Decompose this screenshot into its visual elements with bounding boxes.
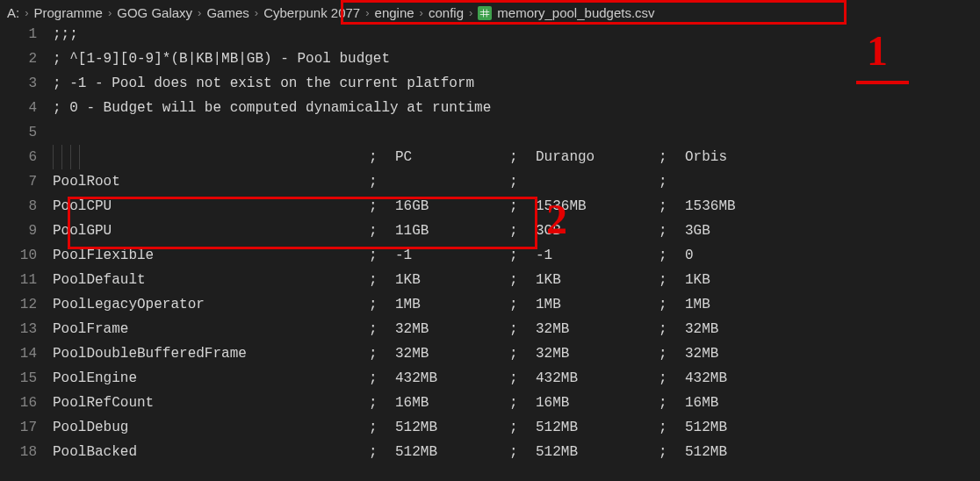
- cell-orbis: 3GB: [685, 219, 782, 243]
- cell-pc: 16GB: [395, 194, 509, 219]
- chevron-icon: ›: [469, 6, 472, 19]
- crumb-programme[interactable]: Programme: [34, 5, 103, 20]
- cell-durango: 1MB: [536, 292, 659, 317]
- cell-pc: 32MB: [395, 317, 509, 341]
- crumb-file[interactable]: memory_pool_budgets.csv: [497, 5, 654, 20]
- cell-durango: 32MB: [536, 317, 659, 341]
- column-header-pc: PC: [395, 145, 509, 169]
- cell-pc: 32MB: [395, 341, 509, 366]
- code-line[interactable]: PoolFrame;32MB;32MB;32MB: [53, 317, 980, 341]
- code-line[interactable]: ; PC ; Durango ; Orbis: [53, 145, 980, 169]
- code-line[interactable]: PoolFlexible;-1;-1;0: [53, 243, 980, 268]
- column-header-orbis: Orbis: [685, 145, 782, 169]
- crumb-gog[interactable]: GOG Galaxy: [117, 5, 192, 20]
- cell-orbis: 432MB: [685, 366, 782, 391]
- pool-name: PoolFrame: [53, 317, 369, 341]
- cell-orbis: 1KB: [685, 268, 782, 292]
- separator: ;: [509, 145, 536, 169]
- cell-orbis: 512MB: [685, 440, 782, 464]
- code-line[interactable]: PoolEngine;432MB;432MB;432MB: [53, 366, 980, 391]
- gutter-line: 10: [0, 243, 53, 268]
- separator: ;: [369, 145, 395, 169]
- code-line[interactable]: PoolBacked;512MB;512MB;512MB: [53, 440, 980, 464]
- gutter-line: 14: [0, 341, 53, 366]
- pool-name: PoolDebug: [53, 415, 369, 440]
- code-line[interactable]: ; -1 - Pool does not exist on the curren…: [53, 71, 980, 96]
- csv-file-icon: [478, 6, 492, 20]
- chevron-icon: ›: [420, 6, 423, 19]
- gutter-line: 6: [0, 145, 53, 169]
- cell-pc: 16MB: [395, 391, 509, 415]
- chevron-icon: ›: [108, 6, 112, 19]
- crumb-engine[interactable]: engine: [375, 5, 414, 20]
- pool-name: PoolCPU: [53, 194, 369, 219]
- code-line[interactable]: PoolRefCount;16MB;16MB;16MB: [53, 391, 980, 415]
- cell-durango: 3GB: [536, 219, 659, 243]
- crumb-cyberpunk[interactable]: Cyberpunk 2077: [263, 5, 360, 20]
- pool-name: PoolFlexible: [53, 243, 369, 268]
- crumb-drive[interactable]: A:: [7, 5, 19, 20]
- cell-orbis: 32MB: [685, 341, 782, 366]
- crumb-config[interactable]: config: [429, 5, 464, 20]
- code-line[interactable]: ;;;: [53, 22, 980, 47]
- cell-durango: 16MB: [536, 391, 659, 415]
- pool-name: PoolDoubleBufferedFrame: [53, 341, 369, 366]
- gutter-line: 18: [0, 440, 53, 464]
- chevron-icon: ›: [25, 6, 28, 19]
- gutter-line: 15: [0, 366, 53, 391]
- cell-pc: 1KB: [395, 268, 509, 292]
- gutter-line: 12: [0, 292, 53, 317]
- cell-orbis: 1MB: [685, 292, 782, 317]
- gutter-line: 3: [0, 71, 53, 96]
- cell-pc: 512MB: [395, 415, 509, 440]
- cell-orbis: 1536MB: [685, 194, 782, 219]
- cell-durango: -1: [536, 243, 659, 268]
- breadcrumb: A: › Programme › GOG Galaxy › Games › Cy…: [0, 0, 980, 22]
- gutter-line: 11: [0, 268, 53, 292]
- cell-pc: 512MB: [395, 440, 509, 464]
- cell-durango: 512MB: [536, 440, 659, 464]
- code-line[interactable]: PoolDebug;512MB;512MB;512MB: [53, 415, 980, 440]
- column-header-durango: Durango: [536, 145, 659, 169]
- cell-pc: 1MB: [395, 292, 509, 317]
- pool-name: PoolEngine: [53, 366, 369, 391]
- cell-orbis: 0: [685, 243, 782, 268]
- gutter-line: 9: [0, 219, 53, 243]
- code-line[interactable]: PoolGPU;11GB;3GB;3GB: [53, 219, 980, 243]
- gutter-line: 13: [0, 317, 53, 341]
- pool-name: PoolLegacyOperator: [53, 292, 369, 317]
- chevron-icon: ›: [198, 6, 201, 19]
- gutter-line: 4: [0, 96, 53, 120]
- gutter-line: 1: [0, 22, 53, 47]
- cell-durango: 32MB: [536, 341, 659, 366]
- code-line[interactable]: [53, 120, 980, 145]
- chevron-icon: ›: [255, 6, 258, 19]
- code-line[interactable]: ; ^[1-9][0-9]*(B|KB|MB|GB) - Pool budget: [53, 47, 980, 71]
- svg-rect-0: [480, 9, 490, 17]
- code-line[interactable]: PoolDoubleBufferedFrame;32MB;32MB;32MB: [53, 341, 980, 366]
- cell-pc: 11GB: [395, 219, 509, 243]
- cell-durango: 1KB: [536, 268, 659, 292]
- code-line[interactable]: ; 0 - Budget will be computed dynamicall…: [53, 96, 980, 120]
- code-line[interactable]: PoolCPU;16GB;1536MB;1536MB: [53, 194, 980, 219]
- code-line[interactable]: PoolRoot;;;: [53, 169, 980, 194]
- code-editor[interactable]: 1 ;;; 2 ; ^[1-9][0-9]*(B|KB|MB|GB) - Poo…: [0, 22, 980, 464]
- cell-durango: 512MB: [536, 415, 659, 440]
- chevron-icon: ›: [365, 6, 369, 19]
- pool-name: PoolRoot: [53, 169, 369, 194]
- cell-orbis: 16MB: [685, 391, 782, 415]
- cell-orbis: 512MB: [685, 415, 782, 440]
- separator: ;: [659, 145, 685, 169]
- gutter-line: 17: [0, 415, 53, 440]
- crumb-games[interactable]: Games: [206, 5, 249, 20]
- code-line[interactable]: PoolDefault;1KB;1KB;1KB: [53, 268, 980, 292]
- cell-durango: 1536MB: [536, 194, 659, 219]
- cell-pc: -1: [395, 243, 509, 268]
- cell-orbis: 32MB: [685, 317, 782, 341]
- cell-pc: 432MB: [395, 366, 509, 391]
- gutter-line: 5: [0, 120, 53, 145]
- pool-name: PoolRefCount: [53, 391, 369, 415]
- pool-name: PoolDefault: [53, 268, 369, 292]
- gutter-line: 8: [0, 194, 53, 219]
- code-line[interactable]: PoolLegacyOperator;1MB;1MB;1MB: [53, 292, 980, 317]
